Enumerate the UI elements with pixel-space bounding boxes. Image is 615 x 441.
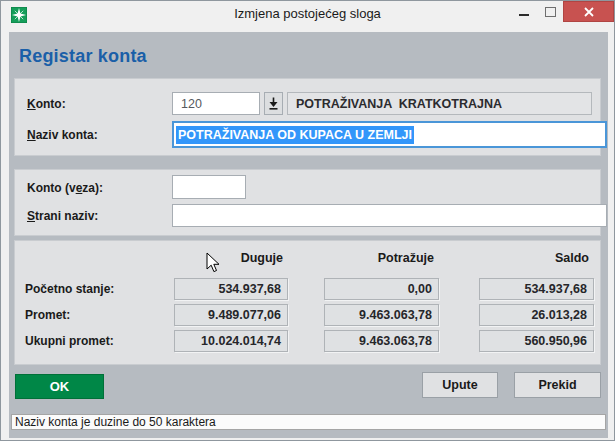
value-ukupni-potrazuje: 9.463.063,78 xyxy=(324,330,439,352)
status-bar: Naziv konta je duzine do 50 karaktera xyxy=(11,414,606,430)
strani-label-accel: S xyxy=(27,209,35,223)
prekid-button[interactable]: Prekid xyxy=(514,372,601,398)
value-pocetno-saldo: 534.937,68 xyxy=(479,278,594,300)
window-controls xyxy=(511,1,614,23)
totals-panel: Duguje Potražuje Saldo Početno stanje: 5… xyxy=(14,240,601,365)
row-label-ukupni-promet: Ukupni promet: xyxy=(25,334,114,348)
ok-button[interactable]: OK xyxy=(15,374,104,399)
close-button[interactable] xyxy=(563,1,614,22)
konto-type-readonly-field: POTRAŽIVANJA KRATKOTRAJNA xyxy=(287,92,592,115)
value-ukupni-duguje: 10.024.014,74 xyxy=(174,330,288,352)
konto-input[interactable] xyxy=(172,92,260,115)
status-text: Naziv konta je duzine do 50 karaktera xyxy=(15,415,216,429)
strani-naziv-label: Strani naziv: xyxy=(27,209,98,223)
naziv-konta-label: Naziv konta: xyxy=(27,128,98,142)
konto-label: Konto: xyxy=(27,97,66,111)
value-pocetno-potrazuje: 0,00 xyxy=(324,278,439,300)
column-header-potrazuje: Potražuje xyxy=(324,251,439,265)
veza-label-post: za): xyxy=(82,181,103,195)
konto-veza-label: Konto (veza): xyxy=(27,181,103,195)
value-pocetno-duguje: 534.937,68 xyxy=(174,278,288,300)
konto-dropdown-button[interactable] xyxy=(264,92,283,115)
column-header-duguje: Duguje xyxy=(174,251,288,265)
veza-panel: Konto (veza): Strani naziv: xyxy=(14,169,601,236)
konto-veza-input[interactable] xyxy=(172,175,246,199)
strani-naziv-input[interactable] xyxy=(172,204,607,227)
upute-button[interactable]: Upute xyxy=(422,372,498,398)
strani-label-post: trani naziv: xyxy=(35,209,98,223)
konto-panel: Konto: POTRAŽIVANJA KRATKOTRAJNA Naziv k… xyxy=(14,78,601,156)
row-label-promet: Promet: xyxy=(25,308,70,322)
konto-label-text: onto: xyxy=(36,97,66,111)
value-promet-potrazuje: 9.463.063,78 xyxy=(324,304,439,326)
row-label-pocetno-stanje: Početno stanje: xyxy=(25,282,114,296)
page-title: Registar konta xyxy=(19,46,147,67)
close-icon xyxy=(584,7,594,17)
konto-label-accel: K xyxy=(27,97,36,111)
value-promet-duguje: 9.489.077,06 xyxy=(174,304,288,326)
dropdown-arrow-icon xyxy=(268,97,279,110)
column-header-saldo: Saldo xyxy=(479,251,594,265)
titlebar[interactable]: Izmjena postojećeg sloga xyxy=(1,1,614,29)
minimize-button[interactable] xyxy=(511,1,537,22)
minimize-icon xyxy=(519,14,529,16)
value-promet-saldo: 26.013,28 xyxy=(479,304,594,326)
naziv-konta-input[interactable]: POTRAŽIVANJA OD KUPACA U ZEMLJI xyxy=(172,121,607,148)
maximize-icon xyxy=(545,7,556,17)
naziv-label-text: aziv konta: xyxy=(36,128,98,142)
value-ukupni-saldo: 560.950,96 xyxy=(479,330,594,352)
selected-text: POTRAŽIVANJA OD KUPACA U ZEMLJI xyxy=(176,126,414,144)
naziv-label-accel: N xyxy=(27,128,36,142)
dialog-window: Izmjena postojećeg sloga Registar konta … xyxy=(0,0,615,441)
maximize-button[interactable] xyxy=(537,1,563,22)
veza-label-pre: Konto (v xyxy=(27,181,76,195)
